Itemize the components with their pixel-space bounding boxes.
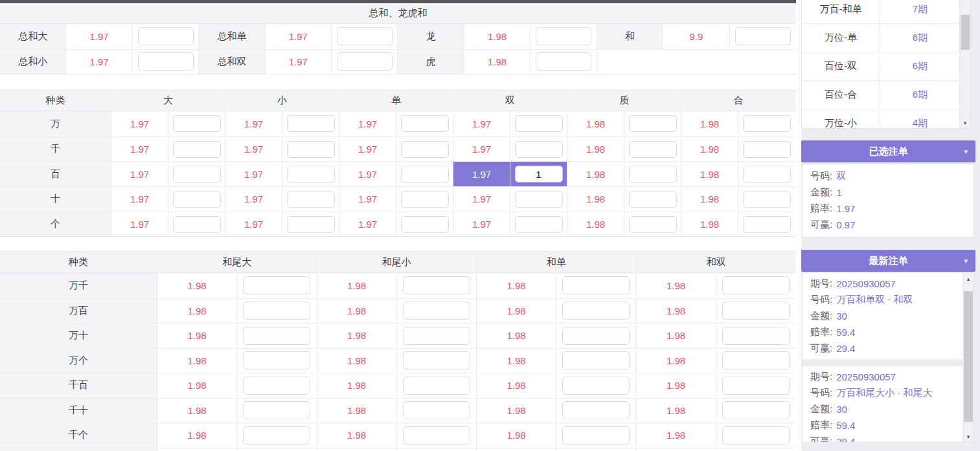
odds-cell[interactable]: 1.97 (111, 212, 168, 237)
odds-cell[interactable]: 1.98 (317, 349, 397, 373)
odds-cell[interactable]: 1.98 (317, 399, 397, 423)
bet-amount-input[interactable] (515, 141, 563, 158)
odds-cell[interactable]: 1.97 (339, 162, 396, 186)
bet-amount-input[interactable] (337, 27, 393, 45)
odds-cell[interactable]: 1.98 (464, 24, 530, 49)
bet-amount-input[interactable] (243, 377, 310, 395)
bet-amount-input[interactable] (403, 377, 470, 395)
bet-amount-input[interactable] (562, 276, 630, 294)
bet-amount-input[interactable] (515, 166, 563, 182)
odds-cell[interactable]: 1.98 (157, 273, 237, 298)
bet-amount-input[interactable] (173, 216, 221, 233)
odds-cell[interactable]: 1.98 (567, 137, 624, 162)
odds-cell[interactable]: 1.97 (453, 137, 510, 162)
bet-amount-input[interactable] (287, 115, 335, 132)
bet-amount-input[interactable] (562, 401, 630, 419)
odds-cell[interactable]: 1.97 (111, 111, 168, 137)
bet-amount-input[interactable] (403, 401, 470, 419)
bet-amount-input[interactable] (403, 276, 470, 294)
odds-cell[interactable] (317, 448, 397, 451)
odds-cell[interactable]: 1.98 (477, 324, 556, 348)
bet-amount-input[interactable] (629, 166, 677, 182)
odds-cell[interactable]: 1.97 (266, 50, 332, 74)
scrollbar-thumb[interactable] (964, 291, 973, 422)
odds-cell[interactable]: 1.97 (66, 50, 132, 74)
odds-cell[interactable]: 1.98 (477, 399, 556, 423)
odds-cell[interactable]: 1.97 (225, 187, 282, 212)
odds-cell[interactable] (637, 448, 716, 451)
odds-cell[interactable]: 1.98 (317, 324, 397, 348)
bet-amount-input[interactable] (629, 115, 677, 132)
odds-cell[interactable]: 1.98 (477, 373, 556, 398)
latest-bets-header[interactable]: 最新注单 ▾ (801, 250, 975, 272)
bet-amount-input[interactable] (722, 351, 790, 369)
odds-cell[interactable]: 1.98 (681, 111, 738, 137)
bet-amount-input[interactable] (629, 141, 677, 158)
bet-amount-input[interactable] (403, 351, 470, 369)
bet-amount-input[interactable] (536, 52, 591, 71)
bet-amount-input[interactable] (743, 191, 791, 208)
trend-item[interactable]: 万位-小4期 (802, 109, 970, 129)
odds-cell[interactable]: 1.97 (453, 187, 510, 212)
bet-amount-input[interactable] (562, 327, 630, 345)
odds-cell[interactable]: 1.98 (681, 162, 738, 186)
bet-amount-input[interactable] (515, 115, 563, 132)
bet-amount-input[interactable] (536, 27, 591, 45)
odds-cell[interactable]: 1.98 (681, 137, 738, 162)
odds-cell[interactable]: 1.98 (477, 299, 556, 324)
bet-amount-input[interactable] (401, 115, 449, 132)
odds-cell[interactable]: 1.98 (464, 50, 530, 74)
odds-cell[interactable]: 1.98 (477, 349, 556, 373)
bet-amount-input[interactable] (515, 191, 563, 208)
odds-cell[interactable]: 1.97 (339, 212, 396, 237)
bet-amount-input[interactable] (401, 141, 449, 158)
bet-amount-input[interactable] (243, 426, 310, 445)
bet-amount-input[interactable] (243, 327, 310, 345)
odds-cell[interactable]: 1.98 (317, 273, 397, 298)
bet-amount-input[interactable] (722, 327, 790, 345)
odds-cell[interactable]: 1.97 (111, 162, 168, 186)
odds-cell[interactable]: 1.97 (111, 137, 168, 162)
bet-amount-input[interactable] (515, 216, 563, 233)
odds-cell[interactable]: 1.98 (567, 111, 624, 137)
odds-cell[interactable]: 1.97 (111, 187, 168, 212)
bet-amount-input[interactable] (562, 351, 630, 369)
odds-cell[interactable]: 1.98 (567, 187, 624, 212)
odds-cell[interactable]: 1.98 (681, 187, 738, 212)
bet-amount-input[interactable] (401, 216, 449, 233)
bet-amount-input[interactable] (562, 426, 630, 445)
odds-cell[interactable]: 1.97 (225, 111, 282, 137)
bet-amount-input[interactable] (173, 166, 221, 182)
bet-amount-input[interactable] (562, 377, 630, 395)
odds-cell[interactable]: 1.97 (453, 212, 510, 237)
bet-amount-input[interactable] (138, 27, 194, 45)
odds-cell[interactable]: 1.98 (317, 373, 397, 398)
odds-cell[interactable]: 1.98 (157, 373, 237, 398)
odds-cell[interactable]: 1.98 (157, 399, 237, 423)
trend-scrollbar[interactable]: ▾ (959, 0, 970, 128)
bet-amount-input[interactable] (401, 166, 449, 182)
odds-cell[interactable]: 1.97 (225, 212, 282, 237)
trend-item[interactable]: 百位-合6期 (802, 81, 970, 109)
bet-amount-input[interactable] (287, 166, 335, 182)
odds-cell[interactable]: 1.98 (637, 399, 716, 423)
odds-cell[interactable]: 1.97 (339, 187, 396, 212)
odds-cell[interactable]: 1.98 (681, 212, 738, 237)
odds-cell[interactable]: 1.97 (266, 24, 332, 49)
odds-cell[interactable]: 1.98 (637, 423, 716, 448)
scroll-down-button[interactable]: ▾ (960, 117, 970, 128)
odds-cell[interactable]: 1.98 (477, 273, 556, 298)
bet-amount-input[interactable] (743, 115, 791, 132)
odds-cell[interactable]: 1.97 (453, 111, 510, 137)
odds-cell[interactable]: 1.98 (317, 423, 397, 448)
odds-cell[interactable]: 1.98 (157, 324, 237, 348)
bet-amount-input[interactable] (722, 377, 790, 395)
latest-bets-scrollbar[interactable]: ▴ ▾ (963, 273, 974, 442)
odds-cell[interactable] (477, 448, 556, 451)
bet-amount-input[interactable] (403, 327, 470, 345)
bet-amount-input[interactable] (722, 302, 790, 320)
odds-cell[interactable]: 1.98 (637, 373, 716, 398)
odds-cell[interactable]: 1.97 (339, 111, 396, 137)
trend-item[interactable]: 百位-双6期 (802, 52, 970, 81)
bet-amount-input[interactable] (629, 216, 677, 233)
